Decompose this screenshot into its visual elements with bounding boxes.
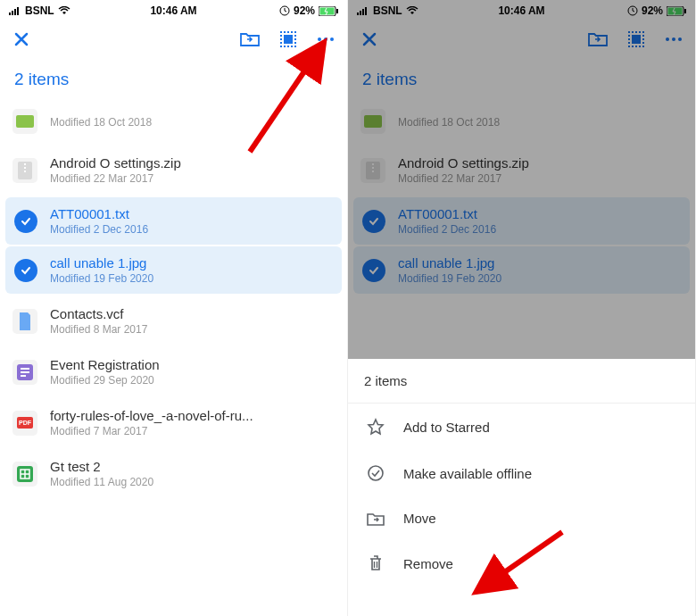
- file-modified: Modified 18 Oct 2018: [50, 116, 335, 129]
- svg-rect-2: [14, 9, 16, 15]
- more-options-icon[interactable]: [317, 37, 335, 42]
- svg-rect-42: [360, 11, 361, 15]
- zip-icon: [360, 158, 385, 183]
- sheet-action-remove[interactable]: Remove: [348, 540, 695, 587]
- file-modified: Modified 2 Dec 2016: [50, 223, 333, 236]
- list-item[interactable]: ATT00001.txt Modified 2 Dec 2016: [353, 197, 690, 245]
- status-bar: BSNL 10:46 AM 92%: [348, 0, 695, 21]
- svg-rect-14: [280, 46, 282, 47]
- svg-point-27: [330, 37, 334, 41]
- file-name: Android O settings.zip: [398, 155, 683, 171]
- svg-rect-0: [9, 12, 11, 15]
- star-icon: [366, 418, 385, 436]
- clock: 10:46 AM: [150, 4, 196, 17]
- svg-rect-63: [642, 35, 644, 37]
- status-bar: BSNL 10:46 AM 92%: [0, 0, 347, 21]
- svg-rect-7: [336, 9, 338, 13]
- svg-rect-41: [357, 12, 359, 15]
- file-modified: Modified 7 Mar 2017: [50, 425, 335, 437]
- sheet-action-label: Remove: [403, 556, 453, 571]
- close-button[interactable]: [12, 30, 30, 48]
- svg-rect-43: [362, 9, 364, 15]
- file-modified: Modified 22 Mar 2017: [398, 172, 683, 185]
- select-all-icon[interactable]: [279, 30, 297, 48]
- file-name: ATT00001.txt: [50, 206, 333, 221]
- svg-rect-24: [294, 42, 296, 44]
- signal-icon: [357, 6, 369, 15]
- move-folder-icon[interactable]: [588, 31, 608, 47]
- check-icon: [14, 210, 37, 233]
- list-item[interactable]: Contacts.vcf Modified 8 Mar 2017: [0, 296, 347, 346]
- carrier-label: BSNL: [25, 4, 54, 17]
- svg-rect-60: [628, 35, 630, 37]
- sheet-action-label: Move: [403, 511, 436, 526]
- list-item[interactable]: PDF forty-rules-of-love_-a-novel-of-ru..…: [0, 397, 347, 448]
- svg-rect-12: [291, 31, 293, 33]
- sheet-action-offline[interactable]: Make available offline: [348, 450, 695, 496]
- list-item[interactable]: call unable 1.jpg Modified 19 Feb 2020: [5, 246, 342, 294]
- svg-rect-53: [639, 31, 641, 33]
- svg-rect-10: [284, 31, 286, 33]
- svg-rect-8: [284, 35, 293, 44]
- battery-pct: 92%: [642, 4, 663, 17]
- svg-rect-29: [24, 163, 26, 165]
- image-icon: [12, 109, 37, 134]
- close-button[interactable]: [360, 30, 378, 48]
- svg-point-25: [318, 37, 321, 41]
- list-item[interactable]: call unable 1.jpg Modified 19 Feb 2020: [353, 246, 690, 294]
- list-item[interactable]: ATT00001.txt Modified 2 Dec 2016: [5, 197, 342, 245]
- svg-rect-51: [632, 31, 634, 33]
- check-icon: [362, 210, 385, 233]
- action-sheet: 2 items Add to Starred Make available of…: [348, 359, 695, 616]
- toolbar: [348, 21, 695, 57]
- offline-icon: [366, 464, 385, 482]
- svg-rect-57: [635, 46, 637, 47]
- svg-rect-50: [628, 31, 630, 33]
- list-item[interactable]: Modified 18 Oct 2018: [0, 98, 347, 145]
- svg-rect-54: [642, 31, 644, 33]
- svg-rect-34: [21, 371, 29, 373]
- orientation-lock-icon: [279, 5, 290, 16]
- svg-rect-15: [284, 46, 286, 47]
- svg-rect-44: [365, 7, 367, 15]
- list-item[interactable]: Gt test 2 Modified 11 Aug 2020: [0, 448, 347, 499]
- svg-rect-30: [24, 167, 26, 169]
- list-item[interactable]: Modified 18 Oct 2018: [348, 98, 695, 145]
- move-icon: [366, 512, 385, 526]
- file-modified: Modified 18 Oct 2018: [398, 116, 683, 129]
- list-item[interactable]: Android O settings.zip Modified 22 Mar 2…: [0, 145, 347, 196]
- check-icon: [362, 259, 385, 282]
- zip-icon: [12, 158, 37, 183]
- sheet-action-move[interactable]: Move: [348, 496, 695, 540]
- svg-rect-61: [628, 38, 630, 40]
- svg-point-67: [672, 37, 675, 41]
- svg-rect-19: [280, 35, 282, 37]
- file-list: Modified 18 Oct 2018 Android O settings.…: [0, 98, 347, 499]
- file-modified: Modified 8 Mar 2017: [50, 323, 335, 336]
- svg-rect-13: [294, 31, 296, 33]
- sheet-action-label: Add to Starred: [403, 420, 490, 435]
- svg-rect-64: [642, 38, 644, 40]
- move-folder-icon[interactable]: [240, 31, 260, 47]
- svg-rect-49: [632, 35, 641, 44]
- svg-point-26: [324, 37, 327, 41]
- svg-rect-62: [628, 42, 630, 44]
- svg-rect-1: [12, 11, 13, 15]
- svg-rect-23: [294, 38, 296, 40]
- select-all-icon[interactable]: [627, 30, 645, 48]
- battery-icon: [667, 6, 686, 16]
- list-item[interactable]: Event Registration Modified 29 Sep 2020: [0, 346, 347, 397]
- orientation-lock-icon: [627, 5, 638, 16]
- sheet-title: 2 items: [348, 359, 695, 404]
- more-options-icon[interactable]: [665, 37, 683, 42]
- sheet-action-starred[interactable]: Add to Starred: [348, 404, 695, 450]
- carrier-label: BSNL: [373, 4, 402, 17]
- svg-rect-58: [639, 46, 641, 47]
- trash-icon: [366, 554, 385, 572]
- file-name: Android O settings.zip: [50, 155, 335, 171]
- signal-icon: [9, 6, 21, 15]
- file-name: Event Registration: [50, 357, 335, 372]
- toolbar: [0, 21, 347, 57]
- svg-rect-59: [642, 46, 644, 47]
- list-item[interactable]: Android O settings.zip Modified 22 Mar 2…: [348, 145, 695, 196]
